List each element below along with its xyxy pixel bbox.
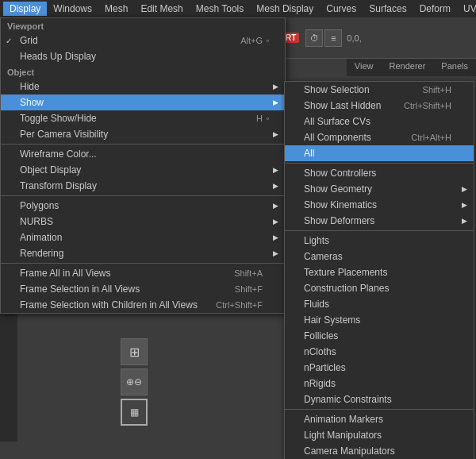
submenu-lights[interactable]: Lights [285,233,474,249]
menu-rendering[interactable]: Rendering [1,245,285,261]
tab-renderer[interactable]: Renderer [382,59,434,76]
section-object: Object [1,64,285,79]
coord-display: 0,0, [344,33,361,43]
menu-hide[interactable]: Hide [1,79,285,94]
menu-object-display[interactable]: Object Display [1,162,285,178]
sub-sep1 [285,163,474,164]
menu-per-camera[interactable]: Per Camera Visibility [1,126,285,142]
sep2 [1,195,285,196]
widget-icon-3[interactable]: ▦ [121,399,148,426]
submenu-nparticles[interactable]: nParticles [285,360,474,376]
submenu-texture-placements[interactable]: Texture Placements [285,264,474,280]
display-menu: Viewport ✓ Grid Alt+G ▫ Heads Up Display… [0,17,286,314]
menubar-display[interactable]: Display [3,2,47,16]
menu-toggle[interactable]: Toggle Show/Hide H ▫ [1,110,285,126]
sub-sep3 [285,409,474,410]
menubar-surfaces[interactable]: Surfaces [363,2,413,16]
grid-winicon: ▫ [267,37,269,44]
menu-show[interactable]: Show [1,94,285,110]
section-viewport: Viewport [1,18,285,33]
toggle-winicon: ▫ [267,114,269,122]
menu-hud[interactable]: Heads Up Display [1,48,285,64]
submenu-show-kinematics[interactable]: Show Kinematics [285,197,474,213]
menu-wireframe[interactable]: Wireframe Color... [1,146,285,162]
submenu-show-last-hidden[interactable]: Show Last Hidden Ctrl+Shift+H [285,98,474,114]
menubar-editmesh[interactable]: Edit Mesh [134,2,189,16]
submenu-hair-systems[interactable]: Hair Systems [285,312,474,328]
menubar-meshtools[interactable]: Mesh Tools [190,2,250,16]
tab-panels[interactable]: Panels [433,59,476,76]
submenu-all[interactable]: All [285,145,474,161]
tb-icon-clock[interactable]: ⏱ [305,29,323,47]
grid-check: ✓ [6,37,12,45]
menubar-curves[interactable]: Curves [320,2,363,16]
show-submenu: Show Selection Shift+H Show Last Hidden … [284,81,474,459]
submenu-construction-planes[interactable]: Construction Planes [285,280,474,296]
sep1 [1,144,285,145]
menu-frame-all[interactable]: Frame All in All Views Shift+A [1,265,285,281]
submenu-show-geometry[interactable]: Show Geometry [285,181,474,197]
menu-grid[interactable]: ✓ Grid Alt+G ▫ [1,33,285,48]
submenu-ncloths[interactable]: nCloths [285,344,474,360]
menu-polygons[interactable]: Polygons [1,198,285,214]
menu-nurbs[interactable]: NURBS [1,214,285,230]
submenu-camera-manipulators[interactable]: Camera Manipulators [285,443,474,459]
menubar-windows[interactable]: Windows [47,2,98,16]
tab-view[interactable]: View [347,59,382,76]
sep3 [1,263,285,264]
menubar: Display Windows Mesh Edit Mesh Mesh Tool… [0,0,476,17]
submenu-show-selection[interactable]: Show Selection Shift+H [285,82,474,98]
submenu-animation-markers[interactable]: Animation Markers [285,411,474,427]
tb-icon-bars[interactable]: ≡ [324,29,342,47]
widget-icon-2[interactable]: ⊕⊖ [121,368,148,395]
submenu-all-components[interactable]: All Components Ctrl+Alt+H [285,129,474,145]
menubar-uv[interactable]: UV [457,2,476,16]
menu-transform[interactable]: Transform Display [1,178,285,194]
menubar-deform[interactable]: Deform [413,2,457,16]
submenu-show-deformers[interactable]: Show Deformers [285,213,474,229]
submenu-cameras[interactable]: Cameras [285,249,474,264]
submenu-follicles[interactable]: Follicles [285,328,474,344]
widget-panel: ⊞ ⊕⊖ ▦ [121,338,148,426]
menu-frame-sel[interactable]: Frame Selection in All Views Shift+F [1,281,285,297]
viewport-tabbar: View Renderer Panels [347,59,476,76]
sub-sep2 [285,230,474,231]
submenu-show-controllers[interactable]: Show Controllers [285,165,474,181]
submenu-all-surface-cvs[interactable]: All Surface CVs [285,114,474,129]
menubar-meshdisplay[interactable]: Mesh Display [250,2,320,16]
submenu-fluids[interactable]: Fluids [285,296,474,312]
submenu-dynamic-constraints[interactable]: Dynamic Constraints [285,392,474,407]
widget-icon-1[interactable]: ⊞ [121,338,148,365]
submenu-nrigids[interactable]: nRigids [285,376,474,392]
menu-animation[interactable]: Animation [1,230,285,245]
menubar-mesh[interactable]: Mesh [98,2,134,16]
submenu-light-manipulators[interactable]: Light Manipulators [285,427,474,443]
menu-frame-children[interactable]: Frame Selection with Children in All Vie… [1,297,285,313]
